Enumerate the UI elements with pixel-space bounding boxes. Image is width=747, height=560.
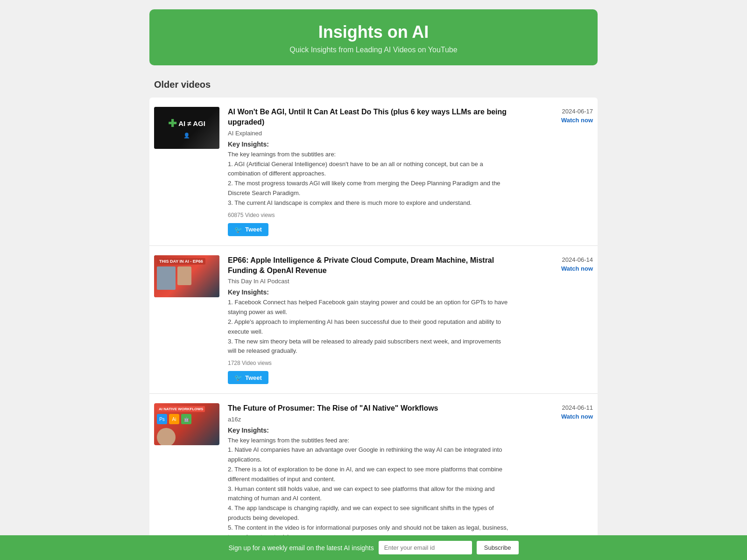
site-title: Insights on AI	[159, 22, 588, 42]
key-insights-label-3: Key Insights:	[228, 427, 510, 434]
video-list: ✚ AI ≠ AGI 👤 AI Won't Be AGI, Until It C…	[149, 98, 598, 560]
tweet-label-1: Tweet	[245, 226, 262, 233]
site-subtitle: Quick Insights from Leading AI Videos on…	[159, 46, 588, 54]
video-thumbnail-3: AI NATIVE WORKFLOWS Ps Ai 🤖	[154, 403, 219, 445]
video-channel-3: a16z	[228, 416, 510, 423]
twitter-bird-icon-1: 🐦	[234, 226, 242, 233]
video-title-1: AI Won't Be AGI, Until It Can At Least D…	[228, 107, 510, 128]
video-date-3: 2024-06-11	[562, 404, 593, 411]
video-meta-3: 2024-06-11 Watch now	[518, 403, 593, 420]
video-meta-2: 2024-06-14 Watch now	[518, 255, 593, 272]
key-insights-label-2: Key Insights:	[228, 288, 510, 296]
watch-now-link-1[interactable]: Watch now	[561, 117, 593, 124]
twitter-bird-icon-2: 🐦	[234, 374, 242, 381]
older-videos-heading: Older videos	[149, 79, 598, 90]
header-banner: Insights on AI Quick Insights from Leadi…	[149, 9, 598, 65]
video-views-1: 60875 Video views	[228, 212, 510, 218]
footer-signup-bar: Sign up for a weekly email on the latest…	[0, 535, 747, 560]
video-item: THIS DAY IN AI - EP66 EP66: Apple Intell…	[149, 246, 598, 394]
tweet-button-1[interactable]: 🐦 Tweet	[228, 223, 268, 236]
thumb-label-2: THIS DAY IN AI - EP66	[157, 258, 205, 265]
thumb-label-3: AI NATIVE WORKFLOWS	[157, 406, 205, 412]
video-thumbnail-1: ✚ AI ≠ AGI 👤	[154, 107, 219, 149]
video-thumbnail-2: THIS DAY IN AI - EP66	[154, 255, 219, 297]
video-content-2: EP66: Apple Intelligence & Private Cloud…	[228, 255, 510, 385]
tweet-button-2[interactable]: 🐦 Tweet	[228, 371, 268, 384]
watch-now-link-2[interactable]: Watch now	[561, 265, 593, 272]
video-item: ✚ AI ≠ AGI 👤 AI Won't Be AGI, Until It C…	[149, 98, 598, 246]
video-views-2: 1728 Video views	[228, 360, 510, 366]
key-insights-text-2: 1. Facebook Connect has helped Facebook …	[228, 298, 510, 356]
video-meta-1: 2024-06-17 Watch now	[518, 107, 593, 124]
subscribe-button[interactable]: Subscribe	[477, 541, 519, 554]
video-date-2: 2024-06-14	[562, 256, 593, 263]
tweet-label-2: Tweet	[245, 374, 262, 381]
video-date-1: 2024-06-17	[562, 108, 593, 115]
video-channel-2: This Day In AI Podcast	[228, 278, 510, 285]
video-channel-1: AI Explained	[228, 130, 510, 137]
video-title-3: The Future of Prosumer: The Rise of "AI …	[228, 403, 510, 413]
email-input[interactable]	[379, 541, 472, 554]
key-insights-label-1: Key Insights:	[228, 140, 510, 148]
watch-now-link-3[interactable]: Watch now	[561, 413, 593, 420]
video-content-1: AI Won't Be AGI, Until It Can At Least D…	[228, 107, 510, 236]
key-insights-text-1: The key learnings from the subtitles are…	[228, 150, 510, 208]
footer-signup-text: Sign up for a weekly email on the latest…	[228, 544, 374, 552]
key-insights-text-3: The key learnings from the subtitles fee…	[228, 436, 510, 543]
video-title-2: EP66: Apple Intelligence & Private Cloud…	[228, 255, 510, 276]
